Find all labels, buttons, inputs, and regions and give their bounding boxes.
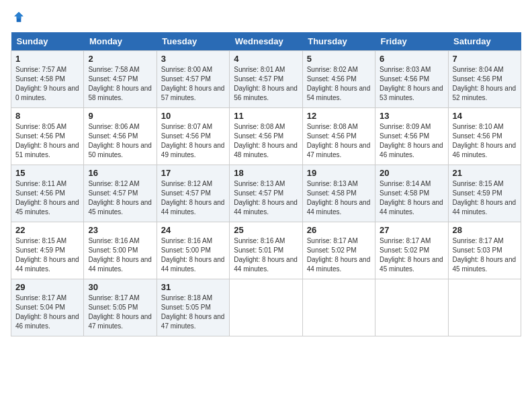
sunrise-label: Sunrise: 8:00 AM (161, 66, 212, 73)
weekday-header-saturday: Saturday (448, 32, 521, 51)
day-number: 3 (161, 54, 225, 64)
day-info: Sunrise: 8:01 AM Sunset: 4:57 PM Dayligh… (234, 65, 298, 103)
header (11, 11, 521, 24)
day-number: 14 (453, 111, 517, 121)
daylight-label: Daylight: 8 hours and 47 minutes. (88, 313, 152, 330)
week-row-5: 29 Sunrise: 8:17 AM Sunset: 5:04 PM Dayl… (11, 279, 521, 336)
day-cell: 25 Sunrise: 8:16 AM Sunset: 5:01 PM Dayl… (230, 222, 302, 279)
day-number: 19 (307, 168, 371, 178)
weekday-header-row: SundayMondayTuesdayWednesdayThursdayFrid… (11, 32, 521, 51)
day-cell (375, 279, 448, 336)
day-number: 25 (234, 225, 298, 235)
day-cell: 23 Sunrise: 8:16 AM Sunset: 5:00 PM Dayl… (84, 222, 157, 279)
daylight-label: Daylight: 8 hours and 45 minutes. (15, 199, 79, 216)
day-info: Sunrise: 8:16 AM Sunset: 5:01 PM Dayligh… (234, 236, 298, 274)
sunrise-label: Sunrise: 8:12 AM (161, 180, 212, 187)
daylight-label: Daylight: 8 hours and 58 minutes. (88, 85, 152, 101)
day-cell: 27 Sunrise: 8:17 AM Sunset: 5:02 PM Dayl… (375, 222, 448, 279)
day-cell: 6 Sunrise: 8:03 AM Sunset: 4:56 PM Dayli… (375, 51, 448, 108)
day-cell (302, 279, 375, 336)
day-number: 12 (307, 111, 371, 121)
day-info: Sunrise: 8:13 AM Sunset: 4:57 PM Dayligh… (234, 179, 298, 217)
day-cell: 8 Sunrise: 8:05 AM Sunset: 4:56 PM Dayli… (11, 108, 84, 165)
weekday-header-friday: Friday (375, 32, 448, 51)
day-number: 27 (380, 225, 443, 235)
day-info: Sunrise: 8:17 AM Sunset: 5:03 PM Dayligh… (453, 236, 517, 274)
sunset-label: Sunset: 4:56 PM (380, 75, 429, 83)
sunrise-label: Sunrise: 8:13 AM (307, 180, 358, 187)
day-cell: 30 Sunrise: 8:17 AM Sunset: 5:05 PM Dayl… (84, 279, 157, 336)
day-info: Sunrise: 8:15 AM Sunset: 4:59 PM Dayligh… (453, 179, 517, 217)
day-number: 9 (88, 111, 152, 121)
sunset-label: Sunset: 4:56 PM (15, 189, 65, 197)
week-row-3: 15 Sunrise: 8:11 AM Sunset: 4:56 PM Dayl… (11, 165, 521, 222)
day-info: Sunrise: 8:17 AM Sunset: 5:02 PM Dayligh… (307, 236, 371, 274)
sunrise-label: Sunrise: 8:01 AM (234, 66, 285, 73)
sunset-label: Sunset: 4:57 PM (234, 75, 283, 83)
day-info: Sunrise: 8:17 AM Sunset: 5:04 PM Dayligh… (15, 293, 79, 331)
sunrise-label: Sunrise: 8:09 AM (380, 123, 431, 130)
day-number: 8 (15, 111, 79, 121)
sunset-label: Sunset: 4:56 PM (453, 75, 502, 83)
day-info: Sunrise: 8:09 AM Sunset: 4:56 PM Dayligh… (380, 122, 443, 160)
day-cell: 28 Sunrise: 8:17 AM Sunset: 5:03 PM Dayl… (448, 222, 521, 279)
sunrise-label: Sunrise: 8:17 AM (15, 294, 66, 302)
day-info: Sunrise: 8:12 AM Sunset: 4:57 PM Dayligh… (161, 179, 225, 217)
daylight-label: Daylight: 8 hours and 44 minutes. (15, 256, 79, 273)
day-number: 18 (234, 168, 298, 178)
daylight-label: Daylight: 8 hours and 44 minutes. (234, 256, 298, 273)
day-number: 10 (161, 111, 225, 121)
logo-icon (12, 11, 26, 24)
sunrise-label: Sunrise: 8:05 AM (15, 123, 66, 130)
day-info: Sunrise: 7:58 AM Sunset: 4:57 PM Dayligh… (88, 65, 152, 103)
day-cell: 9 Sunrise: 8:06 AM Sunset: 4:56 PM Dayli… (84, 108, 157, 165)
sunset-label: Sunset: 4:57 PM (161, 189, 211, 197)
day-number: 24 (161, 225, 225, 235)
daylight-label: Daylight: 8 hours and 44 minutes. (234, 199, 298, 216)
sunset-label: Sunset: 4:56 PM (15, 132, 65, 140)
day-number: 11 (234, 111, 298, 121)
day-info: Sunrise: 8:11 AM Sunset: 4:56 PM Dayligh… (15, 179, 79, 217)
week-row-1: 1 Sunrise: 7:57 AM Sunset: 4:58 PM Dayli… (11, 51, 521, 108)
day-cell: 2 Sunrise: 7:58 AM Sunset: 4:57 PM Dayli… (84, 51, 157, 108)
sunrise-label: Sunrise: 8:16 AM (161, 237, 212, 244)
daylight-label: Daylight: 8 hours and 44 minutes. (307, 199, 371, 216)
weekday-header-sunday: Sunday (11, 32, 84, 51)
daylight-label: Daylight: 8 hours and 48 minutes. (234, 142, 298, 158)
sunrise-label: Sunrise: 7:57 AM (15, 66, 66, 73)
sunrise-label: Sunrise: 8:17 AM (453, 237, 504, 244)
day-number: 13 (380, 111, 443, 121)
sunset-label: Sunset: 4:56 PM (380, 132, 429, 140)
sunset-label: Sunset: 5:00 PM (161, 246, 211, 254)
sunrise-label: Sunrise: 8:08 AM (307, 123, 358, 130)
day-number: 29 (15, 282, 79, 292)
sunset-label: Sunset: 4:59 PM (15, 246, 65, 254)
day-number: 7 (453, 54, 517, 64)
daylight-label: Daylight: 8 hours and 50 minutes. (88, 142, 152, 158)
day-cell: 31 Sunrise: 8:18 AM Sunset: 5:05 PM Dayl… (157, 279, 229, 336)
sunset-label: Sunset: 5:05 PM (88, 304, 138, 311)
calendar-table: SundayMondayTuesdayWednesdayThursdayFrid… (11, 32, 521, 336)
day-info: Sunrise: 8:13 AM Sunset: 4:58 PM Dayligh… (307, 179, 371, 217)
daylight-label: Daylight: 8 hours and 54 minutes. (307, 85, 371, 101)
day-cell: 10 Sunrise: 8:07 AM Sunset: 4:56 PM Dayl… (157, 108, 229, 165)
day-info: Sunrise: 8:08 AM Sunset: 4:56 PM Dayligh… (307, 122, 371, 160)
day-cell: 14 Sunrise: 8:10 AM Sunset: 4:56 PM Dayl… (448, 108, 521, 165)
daylight-label: Daylight: 8 hours and 45 minutes. (380, 256, 443, 273)
sunset-label: Sunset: 4:59 PM (453, 189, 502, 197)
sunset-label: Sunset: 4:58 PM (380, 189, 429, 197)
day-cell: 11 Sunrise: 8:08 AM Sunset: 4:56 PM Dayl… (230, 108, 302, 165)
day-info: Sunrise: 8:08 AM Sunset: 4:56 PM Dayligh… (234, 122, 298, 160)
daylight-label: Daylight: 8 hours and 44 minutes. (453, 199, 517, 216)
week-row-4: 22 Sunrise: 8:15 AM Sunset: 4:59 PM Dayl… (11, 222, 521, 279)
day-number: 31 (161, 282, 225, 292)
day-info: Sunrise: 8:02 AM Sunset: 4:56 PM Dayligh… (307, 65, 371, 103)
day-cell: 17 Sunrise: 8:12 AM Sunset: 4:57 PM Dayl… (157, 165, 229, 222)
day-info: Sunrise: 8:17 AM Sunset: 5:05 PM Dayligh… (88, 293, 152, 331)
daylight-label: Daylight: 8 hours and 51 minutes. (15, 142, 79, 158)
day-cell: 29 Sunrise: 8:17 AM Sunset: 5:04 PM Dayl… (11, 279, 84, 336)
sunrise-label: Sunrise: 8:08 AM (234, 123, 285, 130)
day-info: Sunrise: 8:03 AM Sunset: 4:56 PM Dayligh… (380, 65, 443, 103)
day-cell: 26 Sunrise: 8:17 AM Sunset: 5:02 PM Dayl… (302, 222, 375, 279)
day-info: Sunrise: 7:57 AM Sunset: 4:58 PM Dayligh… (15, 65, 79, 103)
